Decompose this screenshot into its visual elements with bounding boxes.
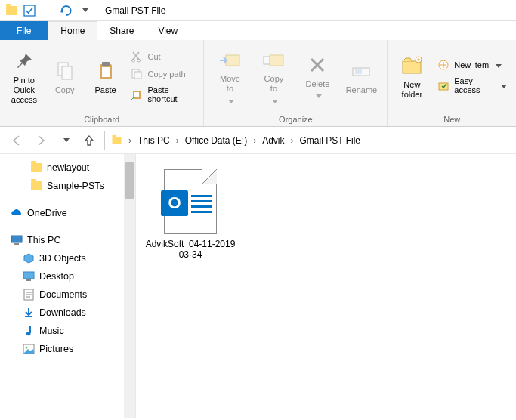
file-item-pst[interactable]: O AdvikSoft_04-11-2019 03-34: [145, 169, 236, 260]
new-item-button[interactable]: New item: [433, 57, 511, 73]
paste-icon: [94, 59, 118, 83]
breadcrumb-thispc[interactable]: This PC: [134, 135, 173, 146]
chevron-right-icon[interactable]: ›: [288, 135, 297, 146]
up-button[interactable]: [80, 131, 98, 150]
copy-button[interactable]: Copy: [45, 56, 85, 98]
navigation-pane[interactable]: newlayout Sample-PSTs OneDrive This PC 3…: [0, 154, 136, 418]
easy-access-label: Easy access: [454, 76, 494, 94]
group-new: New folder New item Easy access New: [388, 40, 516, 126]
file-label: AdvikSoft_04-11-2019 03-34: [145, 239, 236, 260]
svg-rect-2: [62, 66, 72, 79]
tree-desktop[interactable]: Desktop: [0, 267, 135, 286]
chevron-right-icon[interactable]: ›: [173, 135, 182, 146]
pin-to-quick-access-button[interactable]: Pin to Quick access: [5, 46, 44, 108]
pictures-icon: [23, 343, 35, 355]
chevron-right-icon[interactable]: ›: [125, 135, 134, 146]
easy-access-icon: [437, 79, 450, 91]
address-bar[interactable]: › This PC › Office Data (E:) › Advik › G…: [104, 131, 508, 150]
tree-thispc[interactable]: This PC: [0, 231, 135, 249]
desktop-icon: [23, 270, 35, 283]
scrollbar-thumb[interactable]: [125, 162, 134, 199]
delete-button[interactable]: Delete: [296, 50, 338, 104]
clipboard-group-label: Clipboard: [0, 113, 203, 126]
onedrive-icon: [11, 207, 23, 219]
move-to-label: Move to: [220, 74, 240, 94]
tab-view[interactable]: View: [146, 21, 190, 40]
forward-button[interactable]: [32, 131, 50, 150]
tree-label: 3D Objects: [39, 253, 86, 264]
svg-rect-16: [355, 69, 362, 74]
tree-pictures[interactable]: Pictures: [0, 340, 135, 358]
tree-label: newlayout: [47, 162, 89, 173]
svg-rect-24: [26, 279, 31, 281]
cut-button[interactable]: Cut: [126, 49, 199, 64]
group-organize: Move to Copy to Delete Rename Organize: [204, 40, 388, 126]
tab-share[interactable]: Share: [97, 21, 146, 40]
recent-locations-dropdown[interactable]: [56, 131, 74, 150]
tree-3dobjects[interactable]: 3D Objects: [0, 249, 135, 267]
tab-home[interactable]: Home: [48, 21, 97, 40]
group-clipboard: Pin to Quick access Copy Paste Cut Copy …: [0, 40, 204, 126]
tree-label: Desktop: [39, 271, 74, 282]
copy-to-button[interactable]: Copy to: [252, 45, 295, 109]
tree-label: OneDrive: [27, 208, 67, 218]
tree-music[interactable]: Music: [0, 322, 135, 340]
folder-icon[interactable]: [3, 2, 20, 19]
file-list[interactable]: O AdvikSoft_04-11-2019 03-34: [136, 154, 516, 418]
svg-rect-0: [24, 5, 35, 16]
svg-rect-21: [11, 236, 22, 242]
chevron-down-icon: [270, 96, 278, 106]
move-to-button[interactable]: Move to: [209, 45, 251, 109]
new-group-label: New: [388, 113, 516, 126]
back-button[interactable]: [8, 131, 26, 150]
svg-rect-11: [134, 92, 139, 97]
move-to-icon: [218, 48, 242, 72]
tree-folder-item[interactable]: newlayout: [0, 159, 135, 177]
paste-shortcut-icon: [131, 88, 143, 100]
tree-label: Downloads: [39, 307, 86, 318]
easy-access-button[interactable]: Easy access: [433, 75, 511, 96]
properties-checkbox-icon[interactable]: [21, 2, 38, 19]
documents-icon: [23, 289, 35, 301]
rename-button[interactable]: Rename: [340, 56, 382, 98]
delete-icon: [305, 53, 329, 77]
downloads-icon: [23, 307, 35, 319]
qat-customize-dropdown[interactable]: [76, 2, 92, 19]
tree-folder-item[interactable]: Sample-PSTs: [0, 177, 135, 195]
music-icon: [23, 325, 35, 337]
breadcrumb-drive[interactable]: Office Data (E:): [182, 135, 250, 146]
pin-label: Pin to Quick access: [6, 76, 42, 105]
tree-label: Documents: [39, 289, 87, 300]
chevron-right-icon[interactable]: ›: [250, 135, 259, 146]
qat-separator: [39, 2, 56, 19]
folder-icon: [30, 180, 42, 192]
tab-file[interactable]: File: [0, 21, 48, 40]
svg-rect-23: [23, 272, 34, 279]
copy-path-button[interactable]: Copy path: [126, 66, 199, 82]
copy-to-label: Copy to: [264, 74, 284, 94]
copy-path-label: Copy path: [147, 69, 185, 79]
tree-onedrive[interactable]: OneDrive: [0, 204, 135, 222]
svg-point-28: [26, 347, 28, 349]
svg-rect-5: [102, 67, 110, 77]
tree-downloads[interactable]: Downloads: [0, 304, 135, 322]
ribbon: Pin to Quick access Copy Paste Cut Copy …: [0, 40, 516, 127]
breadcrumb-folder2[interactable]: Gmail PST File: [297, 135, 363, 146]
svg-rect-22: [14, 243, 19, 245]
paste-shortcut-button[interactable]: Paste shortcut: [126, 84, 199, 105]
paste-shortcut-label: Paste shortcut: [147, 85, 194, 103]
tree-scrollbar[interactable]: [124, 154, 135, 418]
undo-icon[interactable]: [57, 2, 74, 19]
new-item-label: New item: [454, 60, 489, 69]
tree-documents[interactable]: Documents: [0, 286, 135, 304]
copy-path-icon: [131, 68, 143, 80]
cut-icon: [131, 51, 143, 63]
chevron-down-icon: [499, 81, 507, 90]
paste-label: Paste: [95, 85, 116, 95]
paste-button[interactable]: Paste: [86, 56, 125, 98]
breadcrumb-root-icon[interactable]: [108, 136, 125, 145]
new-folder-button[interactable]: New folder: [392, 51, 431, 103]
title-bar: Gmail PST File: [0, 0, 516, 21]
title-divider: [97, 4, 97, 17]
breadcrumb-folder1[interactable]: Advik: [259, 135, 287, 146]
